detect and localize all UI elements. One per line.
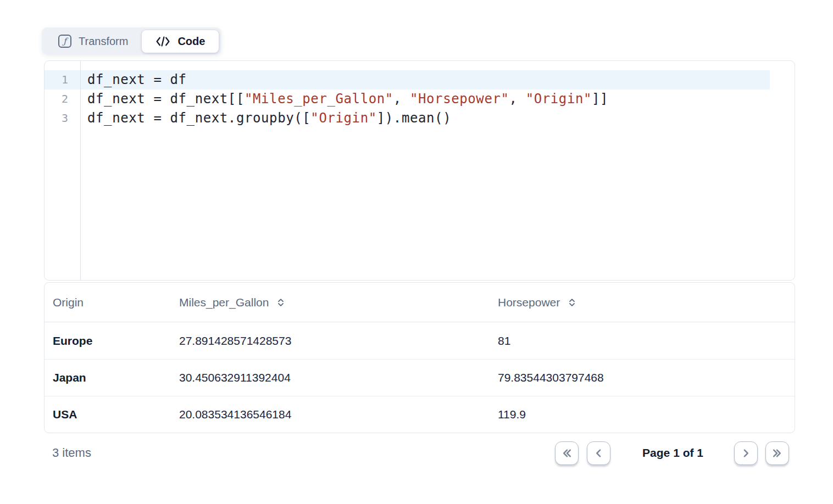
code-brackets-icon	[156, 36, 170, 47]
column-header-miles-per-gallon[interactable]: Miles_per_Gallon	[179, 296, 498, 309]
table-body: Europe27.89142857142857381Japan30.450632…	[45, 322, 795, 433]
code-text: df_next = df	[80, 70, 187, 89]
line-number: 2	[45, 89, 80, 109]
cell-origin: Europe	[53, 334, 179, 348]
tab-transform-label: Transform	[79, 35, 128, 48]
code-string-token: "Miles_per_Gallon"	[245, 91, 393, 107]
column-header-horsepower[interactable]: Horsepower	[498, 296, 786, 309]
tab-code-label: Code	[177, 35, 205, 48]
line-number: 1	[45, 70, 80, 89]
code-string-token: "Origin"	[526, 91, 592, 107]
code-line[interactable]: 1df_next = df	[45, 70, 770, 89]
function-icon: ƒ	[58, 35, 71, 48]
next-page-icon	[740, 447, 752, 459]
code-line[interactable]: 3df_next = df_next.groupby(["Origin"]).m…	[45, 109, 770, 128]
cell-origin: USA	[53, 408, 179, 421]
table-footer: 3 items Page	[44, 441, 795, 465]
code-token: df_next = df_next[[	[87, 91, 245, 107]
code-editor[interactable]: 1df_next = df2df_next = df_next[["Miles_…	[44, 60, 795, 281]
code-token: ,	[509, 91, 526, 107]
code-token: df_next = df_next.groupby([	[87, 110, 310, 126]
pagination: Page 1 of 1	[555, 441, 789, 465]
line-number: 3	[45, 109, 80, 128]
code-text: df_next = df_next[["Miles_per_Gallon", "…	[80, 89, 608, 109]
cell-miles-per-gallon: 30.450632911392404	[179, 371, 498, 384]
result-table: Origin Miles_per_Gallon Horsepower	[44, 282, 795, 433]
cell-horsepower: 79.83544303797468	[498, 371, 786, 384]
code-string-token: "Origin"	[310, 110, 376, 126]
table-header-row: Origin Miles_per_Gallon Horsepower	[45, 283, 795, 322]
first-page-button[interactable]	[555, 441, 579, 465]
column-label: Miles_per_Gallon	[179, 296, 269, 309]
table-row: Japan30.45063291139240479.83544303797468	[45, 359, 795, 396]
previous-page-button[interactable]	[587, 441, 610, 465]
previous-page-icon	[593, 447, 604, 459]
cell-miles-per-gallon: 27.891428571428573	[179, 334, 498, 348]
column-label: Origin	[53, 296, 84, 309]
first-page-icon	[561, 447, 573, 459]
cell-origin: Japan	[53, 371, 179, 384]
code-token: ,	[393, 91, 410, 107]
tab-transform[interactable]: ƒ Transform	[45, 30, 142, 53]
sort-updown-icon[interactable]	[568, 297, 576, 308]
code-token: df_next = df	[87, 72, 187, 87]
tab-code[interactable]: Code	[142, 30, 219, 53]
code-text: df_next = df_next.groupby(["Origin"]).me…	[80, 109, 451, 128]
cell-horsepower: 81	[498, 334, 786, 348]
items-count: 3 items	[52, 446, 91, 460]
cell-horsepower: 119.9	[498, 408, 786, 421]
column-label: Horsepower	[498, 296, 560, 309]
app-root: ƒ Transform Code 1df_next = df2df_next =…	[0, 0, 833, 504]
column-header-origin: Origin	[53, 296, 179, 309]
next-page-button[interactable]	[734, 441, 758, 465]
table-row: Europe27.89142857142857381	[45, 322, 795, 359]
pager-back-buttons	[555, 441, 610, 465]
code-string-token: "Horsepower"	[410, 91, 509, 107]
view-tabbar: ƒ Transform Code	[42, 27, 221, 55]
cell-miles-per-gallon: 20.083534136546184	[179, 408, 498, 421]
sort-updown-icon[interactable]	[277, 297, 285, 308]
code-line[interactable]: 2df_next = df_next[["Miles_per_Gallon", …	[45, 89, 770, 109]
last-page-icon	[771, 447, 783, 459]
table-row: USA20.083534136546184119.9	[45, 396, 795, 433]
last-page-button[interactable]	[765, 441, 789, 465]
page-status: Page 1 of 1	[642, 446, 703, 460]
pager-forward-buttons	[734, 441, 789, 465]
code-token: ]]	[592, 91, 608, 107]
code-token: ]).mean()	[377, 110, 451, 126]
